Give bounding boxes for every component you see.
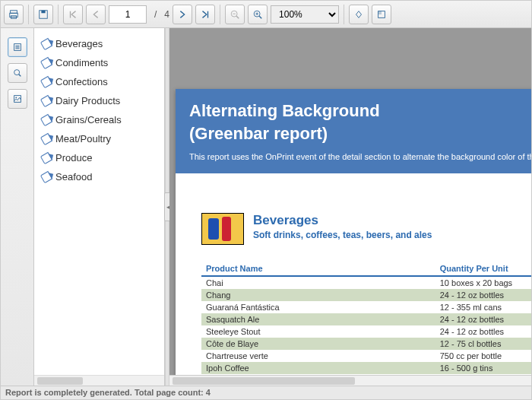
- table-row: Chai10 boxes x 20 bags: [201, 276, 531, 289]
- zoom-select[interactable]: 100%: [271, 5, 339, 24]
- toc-item[interactable]: Confections: [37, 72, 161, 91]
- cell-qty: 24 - 12 oz bottles: [435, 289, 531, 301]
- table-row: Sasquatch Ale24 - 12 oz bottles: [201, 313, 531, 325]
- zoom-in-button[interactable]: [248, 5, 268, 24]
- cell-qty: 16 - 500 g tins: [435, 362, 531, 374]
- cell-qty: 10 boxes x 20 bags: [435, 276, 531, 289]
- next-page-button[interactable]: [173, 5, 192, 24]
- product-table: Product Name Quantity Per Unit Chai10 bo…: [201, 262, 531, 374]
- toc-item-label: Confections: [55, 76, 108, 87]
- toc-item[interactable]: Dairy Products: [37, 91, 161, 110]
- toggle-multipage-button[interactable]: [349, 5, 369, 24]
- svg-rect-20: [14, 96, 21, 103]
- fullscreen-button[interactable]: [372, 5, 391, 24]
- tag-icon: [40, 132, 52, 144]
- tag-icon: [40, 75, 52, 87]
- page-separator: /: [154, 9, 157, 20]
- toc-item[interactable]: Grains/Cereals: [37, 110, 161, 129]
- toc-item-label: Beverages: [55, 38, 103, 49]
- last-page-button[interactable]: [195, 5, 215, 24]
- toc-item[interactable]: Beverages: [37, 34, 161, 53]
- tab-toc[interactable]: [8, 37, 27, 57]
- svg-line-9: [259, 16, 261, 18]
- toc-item[interactable]: Seafood: [37, 167, 161, 186]
- first-page-button[interactable]: [63, 5, 83, 24]
- svg-point-18: [14, 70, 19, 75]
- cell-name: Côte de Blaye: [201, 338, 435, 350]
- toc-item-label: Condiments: [55, 57, 108, 68]
- tag-icon: [40, 170, 52, 183]
- toc-item[interactable]: Produce: [37, 148, 161, 167]
- table-row: Côte de Blaye12 - 75 cl bottles: [201, 338, 531, 350]
- cell-name: Steeleye Stout: [201, 325, 435, 338]
- tab-thumbnails[interactable]: [8, 89, 27, 109]
- cell-name: Chartreuse verte: [201, 350, 435, 362]
- toc-item-label: Grains/Cereals: [55, 114, 122, 125]
- tag-icon: [40, 113, 52, 125]
- tree-scrollbar[interactable]: [34, 375, 164, 386]
- table-row: Guaraná Fantástica12 - 355 ml cans: [201, 301, 531, 313]
- cell-name: Ipoh Coffee: [201, 362, 435, 374]
- svg-rect-4: [41, 10, 45, 13]
- toc-item-label: Produce: [55, 152, 92, 163]
- viewer-scrollbar[interactable]: [169, 375, 531, 386]
- toolbar: / 4 100%: [1, 1, 531, 28]
- svg-point-21: [15, 97, 17, 98]
- total-pages: 4: [164, 9, 169, 20]
- cell-name: Chai: [201, 276, 435, 289]
- zoom-out-button[interactable]: [225, 5, 245, 24]
- svg-line-6: [236, 16, 239, 18]
- col-qty: Quantity Per Unit: [435, 262, 531, 276]
- toc-item[interactable]: Condiments: [37, 53, 161, 72]
- col-product-name: Product Name: [201, 262, 435, 276]
- svg-rect-0: [11, 10, 17, 13]
- tag-icon: [40, 151, 52, 163]
- svg-rect-13: [378, 11, 382, 14]
- tab-search[interactable]: [8, 63, 27, 83]
- cell-qty: 24 - 12 oz bottles: [435, 313, 531, 325]
- save-button[interactable]: [33, 5, 53, 24]
- report-page: Alternating Background(Greenbar report) …: [176, 89, 531, 386]
- category-image: [201, 213, 244, 245]
- cell-qty: 24 - 12 oz bottles: [435, 325, 531, 338]
- side-tabs: [1, 28, 34, 386]
- cell-qty: 12 - 75 cl bottles: [435, 338, 531, 350]
- table-row: Chartreuse verte750 cc per bottle: [201, 350, 531, 362]
- category-desc: Soft drinks, coffees, teas, beers, and a…: [253, 230, 432, 240]
- tag-icon: [40, 37, 52, 49]
- table-row: Steeleye Stout24 - 12 oz bottles: [201, 325, 531, 338]
- main-area: BeveragesCondimentsConfectionsDairy Prod…: [1, 28, 531, 386]
- page-input[interactable]: [109, 5, 147, 24]
- svg-line-19: [18, 75, 21, 77]
- report-title: Alternating Background(Greenbar report): [189, 100, 531, 144]
- cell-name: Guaraná Fantástica: [201, 301, 435, 313]
- report-subtitle: This report uses the OnPrint event of th…: [189, 152, 531, 161]
- prev-page-button[interactable]: [86, 5, 106, 24]
- cell-qty: 12 - 355 ml cans: [435, 301, 531, 313]
- table-row: Chang24 - 12 oz bottles: [201, 289, 531, 301]
- table-row: Ipoh Coffee16 - 500 g tins: [201, 362, 531, 374]
- tag-icon: [40, 56, 52, 68]
- report-banner: Alternating Background(Greenbar report) …: [176, 89, 531, 173]
- cell-name: Chang: [201, 289, 435, 301]
- toc-item-label: Seafood: [55, 171, 92, 183]
- toc-tree: BeveragesCondimentsConfectionsDairy Prod…: [34, 28, 165, 386]
- category-name: Beverages: [253, 213, 432, 228]
- status-bar: Report is completely generated. Total pa…: [1, 386, 531, 399]
- cell-name: Sasquatch Ale: [201, 313, 435, 325]
- print-button[interactable]: [4, 5, 24, 24]
- report-viewer[interactable]: Alternating Background(Greenbar report) …: [169, 28, 531, 386]
- cell-qty: 750 cc per bottle: [435, 350, 531, 362]
- toc-item[interactable]: Meat/Poultry: [37, 129, 161, 148]
- toc-item-label: Dairy Products: [55, 95, 120, 106]
- toc-item-label: Meat/Poultry: [55, 133, 111, 144]
- tag-icon: [40, 94, 52, 106]
